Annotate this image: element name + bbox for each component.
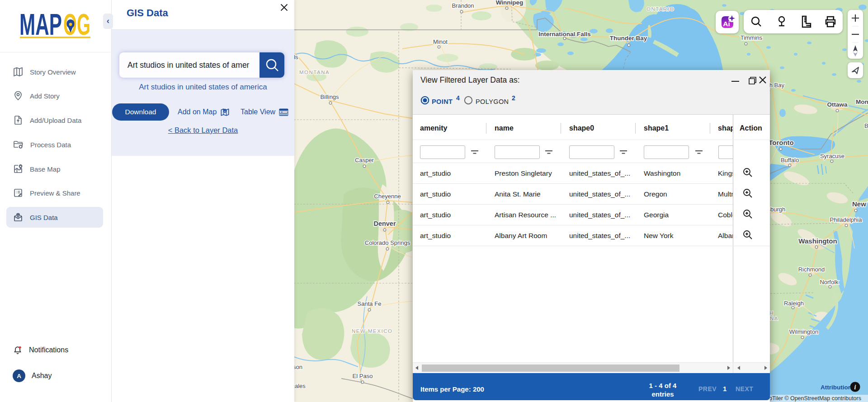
svg-text:Thunder Bay: Thunder Bay: [610, 35, 647, 42]
svg-text:MONTANA: MONTANA: [299, 70, 330, 75]
svg-text:Tucson: Tucson: [294, 364, 302, 370]
svg-text:Minot: Minot: [433, 38, 448, 45]
svg-text:Casper: Casper: [355, 157, 374, 164]
svg-text:Toronto: Toronto: [769, 139, 794, 146]
svg-text:Nogales: Nogales: [294, 383, 306, 389]
svg-text:Ai: Ai: [723, 20, 730, 28]
svg-text:MAP: MAP: [19, 8, 62, 41]
svg-text:El Paso: El Paso: [353, 373, 373, 379]
svg-text:Denver: Denver: [373, 220, 396, 227]
svg-text:Ottawa: Ottawa: [827, 101, 848, 108]
svg-text:Great Falls: Great Falls: [294, 54, 298, 61]
svg-text:Washington: Washington: [798, 237, 837, 245]
svg-text:Timmins: Timmins: [741, 34, 763, 41]
svg-text:Norfolk: Norfolk: [820, 279, 839, 285]
svg-text:Wilmington: Wilmington: [789, 328, 818, 335]
svg-text:Cheyenne: Cheyenne: [374, 193, 401, 200]
svg-text:Buffalo: Buffalo: [781, 157, 799, 164]
svg-text:International Falls: International Falls: [538, 31, 591, 37]
svg-text:Brandon: Brandon: [452, 2, 474, 9]
svg-text:Philadelphia: Philadelphia: [830, 216, 863, 223]
svg-text:New York: New York: [852, 200, 868, 208]
svg-text:ONTARIO: ONTARIO: [646, 6, 675, 12]
svg-text:Montreal: Montreal: [856, 98, 868, 105]
svg-text:NEW MEXICO: NEW MEXICO: [352, 328, 392, 334]
svg-text:Raleigh: Raleigh: [784, 300, 804, 307]
svg-text:Santa Fe: Santa Fe: [358, 300, 382, 307]
svg-text:Syracuse: Syracuse: [820, 153, 844, 159]
svg-text:Billings: Billings: [320, 93, 339, 100]
svg-text:i: i: [854, 384, 856, 391]
svg-text:Belleville: Belleville: [864, 122, 868, 129]
svg-text:Winnipeg: Winnipeg: [496, 0, 524, 6]
svg-text:Richmond: Richmond: [798, 266, 825, 273]
svg-text:Colorado Springs: Colorado Springs: [365, 239, 410, 246]
svg-text:A: A: [17, 373, 21, 379]
